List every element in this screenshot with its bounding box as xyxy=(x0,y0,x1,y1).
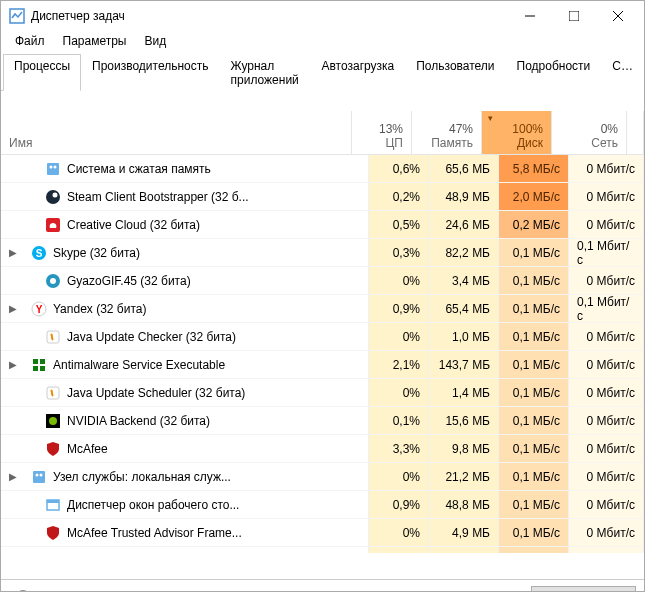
minimize-button[interactable] xyxy=(508,1,552,31)
close-button[interactable] xyxy=(596,1,640,31)
menu-options[interactable]: Параметры xyxy=(55,32,135,50)
expand-icon xyxy=(7,387,19,399)
cell-cpu: 0% xyxy=(369,267,429,294)
process-row[interactable]: ▶Узел службы: локальная сист...0,3%24,1 … xyxy=(1,547,644,553)
expand-icon xyxy=(7,219,19,231)
process-row[interactable]: ▶Antimalware Service Executable2,1%143,7… xyxy=(1,351,644,379)
cell-disk: 0,1 МБ/с xyxy=(499,239,569,266)
col-disk-label: Диск xyxy=(517,136,543,150)
cell-disk: 0,1 МБ/с xyxy=(499,463,569,490)
process-row[interactable]: Диспетчер окон рабочего сто...0,9%48,8 М… xyxy=(1,491,644,519)
tab-apphistory[interactable]: Журнал приложений xyxy=(220,54,311,91)
cell-mem: 48,9 МБ xyxy=(429,183,499,210)
process-icon xyxy=(31,553,47,554)
process-row[interactable]: Steam Client Bootstrapper (32 б...0,2%48… xyxy=(1,183,644,211)
process-name: Узел службы: локальная служ... xyxy=(53,470,231,484)
expand-icon[interactable]: ▶ xyxy=(7,303,19,315)
tabs: Процессы Производительность Журнал прило… xyxy=(1,53,644,91)
cell-cpu: 0,9% xyxy=(369,491,429,518)
end-task-button[interactable]: Снять задачу xyxy=(531,586,636,593)
process-row[interactable]: McAfee3,3%9,8 МБ0,1 МБ/с0 Мбит/с xyxy=(1,435,644,463)
expand-icon xyxy=(7,191,19,203)
cell-name: ▶Antimalware Service Executable xyxy=(1,351,369,378)
svg-point-14 xyxy=(50,278,56,284)
cell-cpu: 0,6% xyxy=(369,155,429,182)
cell-net: 0 Мбит/с xyxy=(569,267,644,294)
svg-rect-19 xyxy=(40,359,45,364)
sort-descending-icon: ▾ xyxy=(488,113,493,123)
col-disk[interactable]: ▾100%Диск xyxy=(482,111,552,154)
cell-name: ▶SSkype (32 бита) xyxy=(1,239,369,266)
process-row[interactable]: McAfee Trusted Advisor Frame...0%4,9 МБ0… xyxy=(1,519,644,547)
cell-net: 0 Мбит/с xyxy=(569,435,644,462)
menubar: Файл Параметры Вид xyxy=(1,31,644,51)
svg-rect-29 xyxy=(47,500,59,503)
cell-name: Creative Cloud (32 бита) xyxy=(1,211,369,238)
process-icon xyxy=(45,161,61,177)
svg-text:S: S xyxy=(36,248,43,259)
process-row[interactable]: Система и сжатая память0,6%65,6 МБ5,8 МБ… xyxy=(1,155,644,183)
cell-cpu: 0,3% xyxy=(369,547,429,553)
process-row[interactable]: NVIDIA Backend (32 бита)0,1%15,6 МБ0,1 М… xyxy=(1,407,644,435)
cell-name: Система и сжатая память xyxy=(1,155,369,182)
cell-mem: 4,9 МБ xyxy=(429,519,499,546)
col-mem[interactable]: 47%Память xyxy=(412,111,482,154)
process-icon xyxy=(45,497,61,513)
tab-performance[interactable]: Производительность xyxy=(81,54,219,91)
process-row[interactable]: Java Update Scheduler (32 бита)0%1,4 МБ0… xyxy=(1,379,644,407)
cell-mem: 24,1 МБ xyxy=(429,547,499,553)
tab-services[interactable]: С… xyxy=(601,54,644,91)
process-row[interactable]: ▶YYandex (32 бита)0,9%65,4 МБ0,1 МБ/с0,1… xyxy=(1,295,644,323)
cell-mem: 65,6 МБ xyxy=(429,155,499,182)
expand-icon[interactable]: ▶ xyxy=(7,247,19,259)
cell-name: Steam Client Bootstrapper (32 б... xyxy=(1,183,369,210)
process-row[interactable]: Creative Cloud (32 бита)0,5%24,6 МБ0,2 М… xyxy=(1,211,644,239)
expand-icon xyxy=(7,443,19,455)
process-icon xyxy=(45,385,61,401)
process-icon xyxy=(45,217,61,233)
col-name[interactable]: Имя xyxy=(1,111,352,154)
col-cpu[interactable]: 13%ЦП xyxy=(352,111,412,154)
cell-cpu: 0% xyxy=(369,323,429,350)
process-row[interactable]: ▶SSkype (32 бита)0,3%82,2 МБ0,1 МБ/с0,1 … xyxy=(1,239,644,267)
svg-rect-21 xyxy=(40,366,45,371)
cell-cpu: 0% xyxy=(369,519,429,546)
tab-processes[interactable]: Процессы xyxy=(3,54,81,91)
process-name: Creative Cloud (32 бита) xyxy=(67,218,200,232)
process-icon xyxy=(45,413,61,429)
expand-icon[interactable]: ▶ xyxy=(7,471,19,483)
cell-disk: 5,8 МБ/с xyxy=(499,155,569,182)
maximize-button[interactable] xyxy=(552,1,596,31)
cell-cpu: 0,9% xyxy=(369,295,429,322)
tab-details[interactable]: Подробности xyxy=(506,54,602,91)
tab-startup[interactable]: Автозагрузка xyxy=(310,54,405,91)
process-name: McAfee Trusted Advisor Frame... xyxy=(67,526,242,540)
cell-mem: 3,4 МБ xyxy=(429,267,499,294)
menu-file[interactable]: Файл xyxy=(7,32,53,50)
cell-disk: 0,1 МБ/с xyxy=(499,267,569,294)
cell-cpu: 0,5% xyxy=(369,211,429,238)
cell-net: 0 Мбит/с xyxy=(569,155,644,182)
process-row[interactable]: GyazoGIF.45 (32 бита)0%3,4 МБ0,1 МБ/с0 М… xyxy=(1,267,644,295)
fewer-details-button[interactable]: ˄ Меньше xyxy=(9,586,89,593)
col-cpu-label: ЦП xyxy=(385,136,403,150)
tab-users[interactable]: Пользователи xyxy=(405,54,505,91)
process-name: Система и сжатая память xyxy=(67,162,211,176)
process-name: McAfee xyxy=(67,442,108,456)
cell-name: McAfee Trusted Advisor Frame... xyxy=(1,519,369,546)
cell-net: 0 Мбит/с xyxy=(569,463,644,490)
process-rows[interactable]: Система и сжатая память0,6%65,6 МБ5,8 МБ… xyxy=(1,155,644,553)
col-mem-label: Память xyxy=(431,136,473,150)
expand-icon[interactable]: ▶ xyxy=(7,359,19,371)
cell-net: 0 Мбит/с xyxy=(569,351,644,378)
process-row[interactable]: ▶Узел службы: локальная служ...0%21,2 МБ… xyxy=(1,463,644,491)
col-net[interactable]: 0%Сеть xyxy=(552,111,627,154)
menu-view[interactable]: Вид xyxy=(136,32,174,50)
svg-point-6 xyxy=(50,165,53,168)
process-row[interactable]: Java Update Checker (32 бита)0%1,0 МБ0,1… xyxy=(1,323,644,351)
process-name: Java Update Scheduler (32 бита) xyxy=(67,386,245,400)
process-name: NVIDIA Backend (32 бита) xyxy=(67,414,210,428)
process-icon xyxy=(45,189,61,205)
col-net-label: Сеть xyxy=(591,136,618,150)
cell-disk: 0,1 МБ/с xyxy=(499,491,569,518)
